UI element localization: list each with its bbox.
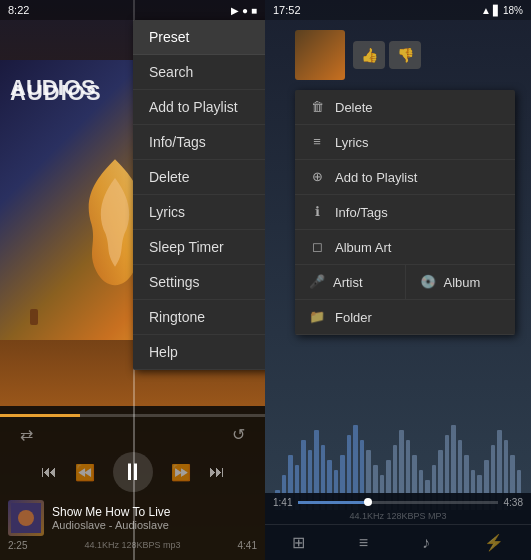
signal-icon: ▋ [493,5,501,16]
progress-track-right[interactable] [298,501,497,504]
status-icons-right: ▲ ▋ 18% [481,5,523,16]
player-bottom-right: 1:41 4:38 44.1KHz 128KBPS MP3 ⊞ ≡ ♪ ⚡ [265,493,531,560]
lyrics-icon: ≡ [309,134,325,150]
menu-item-artist[interactable]: 🎤 Artist [295,265,406,299]
nav-list-button[interactable]: ≡ [351,532,376,554]
album-text: AUDIOS [10,75,96,101]
album-art-icon: ◻ [309,239,325,255]
shuffle-icon[interactable]: ⇄ [20,425,33,444]
song-text: Show Me How To Live Audioslave - Audiosl… [52,505,257,531]
progress-fill-right [298,501,368,504]
left-panel: 8:22 ▶ ● ■ AUDIOS Preset Sear [0,0,265,560]
menu-item-delete-right[interactable]: 🗑 Delete [295,90,515,125]
add-playlist-icon: ⊕ [309,169,325,185]
nav-grid-button[interactable]: ⊞ [284,531,313,554]
menu-item-delete[interactable]: Delete [133,160,265,195]
menu-item-settings[interactable]: Settings [133,265,265,300]
menu-item-album[interactable]: 💿 Album [406,265,516,299]
dropdown-menu-left: Preset Search Add to Playlist Info/Tags … [133,20,265,370]
menu-item-album-art[interactable]: ◻ Album Art [295,230,515,265]
menu-item-search[interactable]: Search [133,55,265,90]
menu-item-info-tags[interactable]: Info/Tags [133,125,265,160]
status-time-right: 17:52 [273,4,301,16]
progress-thumb-right [364,498,372,506]
mini-controls-right: 👍 👎 [353,41,421,69]
prev-button[interactable]: ⏪ [75,463,95,482]
status-icons-left: ▶ ● ■ [231,5,257,16]
time-current-right: 1:41 [273,497,292,508]
wifi-icon: ▲ [481,5,491,16]
thumbs-up-button[interactable]: 👍 [353,41,385,69]
play-icon: ▶ [231,5,239,16]
mini-player-header: 👍 👎 [295,30,521,80]
menu-item-sleep-timer[interactable]: Sleep Timer [133,230,265,265]
mini-album-art [8,500,44,536]
progress-row-right: 1:41 4:38 [265,493,531,510]
info-icon: ℹ [309,204,325,220]
time-total-left: 4:41 [238,540,257,552]
dropdown-menu-right: 🗑 Delete ≡ Lyrics ⊕ Add to Playlist ℹ In… [295,90,515,335]
waveform-area [265,390,531,510]
time-total-right: 4:38 [504,497,523,508]
menu-item-help[interactable]: Help [133,335,265,370]
delete-icon: 🗑 [309,99,325,115]
quality-right: 44.1KHz 128KBPS MP3 [265,510,531,524]
song-title: Show Me How To Live [52,505,257,519]
artist-icon: 🎤 [309,274,325,290]
square-icon: ■ [251,5,257,16]
menu-item-ringtone[interactable]: Ringtone [133,300,265,335]
time-current-left: 2:25 [8,540,27,552]
nav-music-button[interactable]: ♪ [414,532,438,554]
repeat-icon[interactable]: ↺ [232,425,245,444]
menu-item-preset[interactable]: Preset [133,20,265,55]
nav-eq-button[interactable]: ⚡ [476,531,512,554]
menu-item-add-playlist-right[interactable]: ⊕ Add to Playlist [295,160,515,195]
mini-album-right [295,30,345,80]
person-silhouette [30,309,38,325]
menu-row-artist-album: 🎤 Artist 💿 Album [295,265,515,300]
prev-prev-button[interactable]: ⏮ [41,463,57,481]
next-button[interactable]: ⏩ [171,463,191,482]
menu-item-folder[interactable]: 📁 Folder [295,300,515,335]
dot-icon: ● [242,5,248,16]
album-icon: 💿 [420,274,436,290]
folder-icon: 📁 [309,309,325,325]
menu-item-info-tags-right[interactable]: ℹ Info/Tags [295,195,515,230]
nav-bar-right: ⊞ ≡ ♪ ⚡ [265,524,531,560]
song-artist: Audioslave - Audioslave [52,519,257,531]
menu-item-lyrics-right[interactable]: ≡ Lyrics [295,125,515,160]
menu-item-add-playlist[interactable]: Add to Playlist [133,90,265,125]
right-panel: 17:52 ▲ ▋ 18% 👍 👎 🗑 Delete ≡ Lyrics ⊕ Ad… [265,0,531,560]
next-next-button[interactable]: ⏭ [209,463,225,481]
status-time-left: 8:22 [8,4,29,16]
progress-fill-left [0,414,80,417]
mini-player-right: 👍 👎 [295,30,521,84]
menu-item-lyrics[interactable]: Lyrics [133,195,265,230]
status-bar-right: 17:52 ▲ ▋ 18% [265,0,531,20]
battery-text: 18% [503,5,523,16]
svg-point-1 [18,510,34,526]
thumbs-down-button[interactable]: 👎 [389,41,421,69]
status-bar-left: 8:22 ▶ ● ■ [0,0,265,20]
